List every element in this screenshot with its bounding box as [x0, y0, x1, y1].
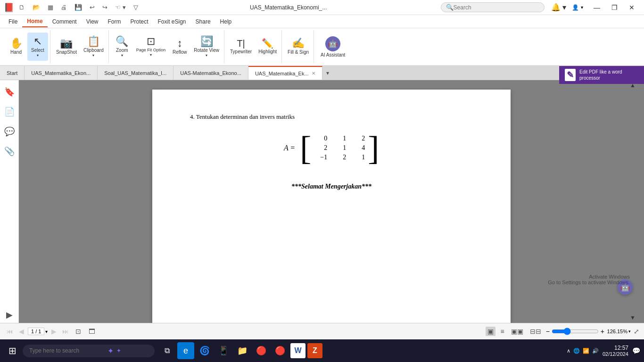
menu-help[interactable]: Help: [215, 16, 237, 27]
save-button[interactable]: 💾: [72, 3, 85, 12]
expand-sidebar-icon[interactable]: ▶: [3, 307, 16, 323]
closing-text: ***Selamat Mengerjakan***: [190, 183, 473, 190]
close-tab-icon[interactable]: ✕: [312, 71, 315, 76]
chrome2-app[interactable]: 🔴: [272, 342, 289, 359]
typewriter-button[interactable]: T| Typewriter: [227, 33, 255, 61]
last-page-button[interactable]: ⏭: [60, 327, 71, 336]
pagefit-dropdown-icon: ▾: [150, 53, 152, 57]
taskbar-search-input[interactable]: [29, 347, 105, 354]
whatsapp-app[interactable]: 📱: [215, 342, 232, 359]
reflow-button[interactable]: ↕ Reflow: [169, 33, 190, 61]
maximize-button[interactable]: ❐: [606, 2, 623, 13]
files-app[interactable]: 📁: [234, 342, 251, 359]
taskbar-right: ∧ 🌐 📶 🔊 12:57 02/12/2024 💬: [567, 345, 640, 357]
zoom-dropdown-icon: ▾: [628, 329, 631, 334]
tab-uas-matematika-ek-active[interactable]: UAS_Matematika_Ek... ✕: [248, 66, 322, 80]
clipboard-button[interactable]: 📋 Clipboard ▾: [81, 33, 107, 61]
zoom-slider[interactable]: [552, 328, 599, 335]
tool-group-ai: 🤖 AI Assistant: [315, 30, 351, 63]
select-tool-button[interactable]: ↖ Select ▾: [27, 33, 48, 61]
tool-group-hand: ✋ Hand ↖ Select ▾: [4, 30, 50, 63]
edge-app[interactable]: e: [177, 342, 194, 359]
edge2-app[interactable]: 🌀: [196, 342, 213, 359]
window-button[interactable]: ⊡: [73, 327, 84, 336]
menu-share[interactable]: Share: [191, 16, 215, 27]
bookmark-icon[interactable]: 🔖: [1, 84, 17, 100]
attachment-icon[interactable]: 📎: [1, 143, 17, 159]
matrix-expression: A = [ 0 1 2 2 1 4 −1 2: [284, 132, 379, 164]
comments-icon[interactable]: 💬: [1, 123, 17, 140]
highlight-button[interactable]: ✏️ Highlight: [256, 33, 280, 61]
tab-uas-matematika-ekono[interactable]: UAS-Matematika_Ekono...: [173, 66, 248, 80]
zoom-in-button[interactable]: +: [601, 328, 604, 335]
view-scroll[interactable]: ≡: [498, 327, 506, 336]
user-area[interactable]: 👤 ▾: [572, 4, 583, 11]
menu-view[interactable]: View: [82, 16, 103, 27]
menu-file[interactable]: File: [4, 16, 22, 27]
view-single[interactable]: ▣: [486, 327, 495, 336]
matrix-wrapper: [ 0 1 2 2 1 4 −1 2 1: [300, 132, 379, 164]
zoom-button[interactable]: 🔍 Zoom ▾: [112, 33, 132, 61]
clock[interactable]: 12:57 02/12/2024: [603, 345, 628, 357]
zoom-out-button[interactable]: −: [546, 328, 550, 335]
taskview-app[interactable]: ⧉: [158, 342, 175, 359]
menu-foxitsign[interactable]: Foxit eSign: [153, 16, 191, 27]
clock-time: 12:57: [603, 345, 628, 351]
prev-page-button[interactable]: ◀: [17, 327, 26, 336]
page-selector[interactable]: 1 / 1 ▾: [28, 328, 48, 335]
redo-button[interactable]: ↪: [99, 3, 110, 12]
page-dropdown-icon[interactable]: ▾: [45, 329, 48, 334]
scroll-down-button[interactable]: ▼: [630, 314, 636, 321]
foxit-app[interactable]: Z: [307, 343, 322, 358]
search-input[interactable]: [454, 4, 529, 11]
notification-panel-icon[interactable]: 💬: [632, 347, 640, 354]
tab-start[interactable]: Start: [0, 66, 25, 80]
minimize-button[interactable]: —: [588, 2, 606, 13]
undo-button[interactable]: ↩: [87, 3, 98, 12]
tab-soal-label: Soal_UAS_Matematika_I...: [104, 70, 166, 76]
edit-pdf-banner[interactable]: ✎ Edit PDF like a word processor: [559, 66, 644, 84]
tab-soal-uas[interactable]: Soal_UAS_Matematika_I...: [98, 66, 173, 80]
menu-form[interactable]: Form: [103, 16, 126, 27]
foxit-ai-float-button[interactable]: 🤖: [618, 280, 633, 295]
new-button[interactable]: 🗋: [16, 3, 28, 12]
close-button[interactable]: ✕: [623, 2, 640, 13]
notification-bell[interactable]: 🔔 ▾: [549, 2, 568, 13]
snapshot-button[interactable]: 📷 SnapShot: [53, 33, 80, 61]
search-box[interactable]: 🔍: [441, 2, 545, 12]
network-icon[interactable]: 🌐: [573, 348, 580, 354]
menu-comment[interactable]: Comment: [48, 16, 82, 27]
open-button[interactable]: 📂: [30, 3, 43, 12]
next-page-button[interactable]: ▶: [50, 327, 58, 336]
hand-tool-button[interactable]: ✋ Hand: [6, 33, 26, 61]
tab-dropdown-button[interactable]: ▾: [322, 70, 333, 76]
pagefit-button[interactable]: ⊡ Page Fit Option ▾: [133, 33, 169, 61]
tray-arrow[interactable]: ∧: [567, 348, 570, 354]
matrix-block: A = [ 0 1 2 2 1 4 −1 2: [190, 132, 473, 164]
user-dropdown[interactable]: ▾: [581, 5, 583, 10]
start-button[interactable]: ⊞: [4, 342, 21, 359]
nav-back-button[interactable]: ▽: [131, 3, 141, 12]
ai-assistant-button[interactable]: 🤖 AI Assistant: [317, 33, 349, 61]
hand-select-button[interactable]: ☜ ▾: [112, 3, 129, 12]
taskbar-search-box[interactable]: ✦ ✦: [23, 345, 155, 357]
grid-button[interactable]: ▦: [45, 3, 56, 12]
wifi-icon[interactable]: 📶: [583, 348, 589, 354]
fillandsign-button[interactable]: ✍ Fill & Sign: [285, 33, 312, 61]
view-two-page[interactable]: ▣▣: [509, 327, 525, 336]
print-button[interactable]: 🖨: [58, 3, 70, 12]
pages-icon[interactable]: 📄: [1, 104, 17, 120]
chrome-app[interactable]: 🔴: [253, 342, 270, 359]
fullscreen-button[interactable]: ⤢: [634, 328, 639, 335]
word-app[interactable]: W: [290, 343, 305, 358]
first-page-button[interactable]: ⏮: [5, 327, 15, 336]
tab-uas-matematika-ekon[interactable]: UAS_Matematika_Ekon...: [25, 66, 98, 80]
menu-protect[interactable]: Protect: [126, 16, 153, 27]
view-continuous[interactable]: ⊟⊟: [528, 327, 543, 336]
menu-home[interactable]: Home: [22, 16, 47, 27]
rotateview-button[interactable]: 🔄 Rotate View ▾: [191, 33, 222, 61]
fit-button[interactable]: 🗖: [86, 327, 98, 336]
volume-icon[interactable]: 🔊: [592, 348, 599, 354]
zoom-percentage[interactable]: 126.15% ▾: [606, 329, 631, 334]
tool-group-typewriter: T| Typewriter ✏️ Highlight: [225, 30, 282, 63]
